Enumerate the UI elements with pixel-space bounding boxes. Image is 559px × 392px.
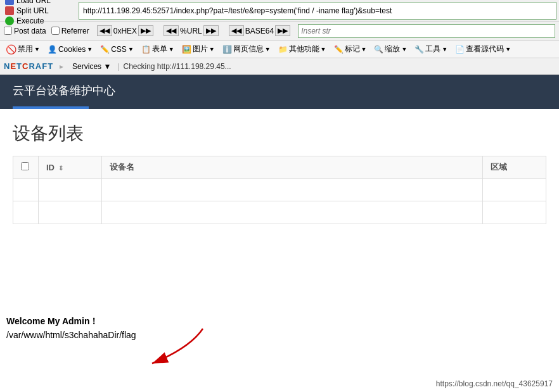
device-table: ID ⇕ 设备名 区域 [13, 156, 546, 224]
split-url-button[interactable]: Split URL [3, 6, 51, 16]
netcraft-services-button[interactable]: Services ▼ [70, 61, 113, 72]
site-header-title: 云平台设备维护中心 [13, 83, 115, 98]
base64-label: BASE64 [245, 27, 274, 35]
image-label: 图片 [193, 44, 208, 54]
page-info-button[interactable]: ℹ️ 网页信息 ▼ [219, 42, 274, 56]
disable-button[interactable]: 🚫 禁用 ▼ [3, 42, 43, 56]
cookies-label: Cookies [58, 45, 86, 54]
css-icon: ✏️ [100, 45, 110, 54]
other-icon: 📁 [278, 45, 288, 54]
netcraft-checking-text: Checking http://111.198.29.45... [123, 62, 231, 71]
image-dropdown-icon: ▼ [209, 46, 215, 53]
other-dropdown-icon: ▼ [321, 46, 326, 53]
empty-cell [483, 179, 546, 201]
table-row-empty-1 [13, 179, 546, 201]
region-col-label: 区域 [491, 162, 507, 172]
url-right-arrow[interactable]: ▶▶ [203, 25, 219, 36]
empty-cell [39, 201, 102, 224]
tools-label: 工具 [425, 44, 440, 54]
cookies-icon: 👤 [48, 45, 57, 54]
load-url-label: Load URL [16, 0, 51, 5]
disable-dropdown-icon: ▼ [34, 46, 40, 53]
select-all-checkbox[interactable] [21, 162, 29, 170]
source-button[interactable]: 📄 查看源代码 ▼ [452, 42, 514, 56]
load-url-button[interactable]: Load URL [3, 0, 53, 6]
referrer-label: Referrer [61, 27, 89, 35]
other-label: 其他功能 [289, 44, 319, 54]
insert-str-input[interactable] [298, 24, 555, 38]
post-data-label: Post data [14, 27, 46, 35]
mark-icon: ✏️ [334, 45, 344, 54]
referrer-checkbox[interactable] [51, 27, 60, 35]
id-sort-icon[interactable]: ⇕ [58, 165, 63, 172]
post-data-checkbox[interactable] [4, 27, 12, 35]
zoom-label: 缩放 [385, 44, 400, 54]
table-header-id: ID ⇕ [39, 156, 102, 179]
hex-right-arrow[interactable]: ▶▶ [138, 25, 153, 36]
source-dropdown-icon: ▼ [505, 46, 511, 53]
execute-icon [5, 16, 14, 25]
table-button[interactable]: 📋 表单 ▼ [138, 42, 177, 56]
css-dropdown-icon: ▼ [128, 46, 134, 53]
post-data-checkbox-label[interactable]: Post data [4, 27, 46, 35]
zoom-button[interactable]: 🔍 缩放 ▼ [371, 42, 410, 56]
url-left-arrow[interactable]: ◀◀ [164, 25, 179, 36]
image-icon: 🖼️ [182, 45, 191, 54]
tools-button[interactable]: 🔧 工具 ▼ [411, 42, 451, 56]
load-url-icon [5, 0, 14, 5]
zoom-icon: 🔍 [374, 45, 383, 54]
cookies-dropdown-icon: ▼ [87, 46, 93, 53]
bottom-section: Welcome My Admin！ /var/www/html/s3chahah… [0, 310, 559, 392]
netcraft-services-label: Services [72, 62, 101, 71]
table-dropdown-icon: ▼ [169, 46, 174, 53]
table-icon: 📋 [141, 45, 151, 54]
mark-button[interactable]: ✏️ 标记 ▼ [331, 42, 370, 56]
page-info-dropdown-icon: ▼ [265, 46, 271, 53]
empty-cell [39, 179, 102, 201]
mark-label: 标记 [345, 44, 360, 54]
tools-dropdown-icon: ▼ [442, 46, 447, 53]
image-button[interactable]: 🖼️ 图片 ▼ [179, 42, 218, 56]
other-button[interactable]: 📁 其他功能 ▼ [275, 42, 330, 56]
table-header-name: 设备名 [102, 156, 483, 179]
split-url-label: Split URL [16, 6, 49, 15]
css-label: CSS [111, 45, 127, 54]
url-input[interactable] [79, 2, 556, 20]
empty-cell [102, 179, 483, 201]
zoom-dropdown-icon: ▼ [401, 46, 407, 53]
page-info-icon: ℹ️ [222, 45, 232, 54]
toolbar-nav-buttons: Load URL Split URL Execute [0, 0, 76, 21]
id-col-label: ID [46, 163, 55, 172]
empty-cell [483, 201, 546, 224]
source-label: 查看源代码 [466, 44, 504, 54]
site-header: 云平台设备维护中心 [0, 75, 559, 106]
csdn-link: https://blog.csdn.net/qq_43625917 [436, 379, 553, 388]
name-col-label: 设备名 [110, 162, 134, 172]
css-button[interactable]: ✏️ CSS ▼ [97, 44, 137, 55]
table-header-row: ID ⇕ 设备名 区域 [13, 156, 546, 179]
b64-right-arrow[interactable]: ▶▶ [275, 25, 290, 36]
disable-icon: 🚫 [6, 44, 16, 54]
referrer-checkbox-label[interactable]: Referrer [51, 27, 89, 35]
url-input-area [76, 0, 559, 21]
tools-icon: 🔧 [414, 45, 424, 54]
empty-cell [13, 201, 39, 224]
url-encode-button-group: ◀◀ %URL ▶▶ [161, 25, 221, 37]
toolbar-row2: Post data Referrer ◀◀ 0xHEX ▶▶ ◀◀ %URL ▶… [0, 22, 559, 41]
netcraft-bar: NETCRAFT ▸ Services ▼ | Checking http://… [0, 58, 559, 75]
base64-button-group: ◀◀ BASE64 ▶▶ [226, 25, 293, 37]
hex-button-group: ◀◀ 0xHEX ▶▶ [94, 25, 156, 37]
b64-left-arrow[interactable]: ◀◀ [229, 25, 244, 36]
execute-label: Execute [16, 16, 44, 25]
mark-dropdown-icon: ▼ [361, 46, 367, 53]
cookies-button[interactable]: 👤 Cookies ▼ [44, 44, 96, 55]
empty-cell [102, 201, 483, 224]
table-header-region: 区域 [483, 156, 546, 179]
execute-button[interactable]: Execute [3, 16, 46, 26]
page-title: 设备列表 [13, 122, 546, 146]
hex-label: 0xHEX [113, 27, 137, 35]
netcraft-logo: NETCRAFT [4, 61, 53, 71]
hex-left-arrow[interactable]: ◀◀ [97, 25, 112, 36]
table-label: 表单 [152, 44, 167, 54]
url-encode-label: %URL [180, 27, 202, 35]
